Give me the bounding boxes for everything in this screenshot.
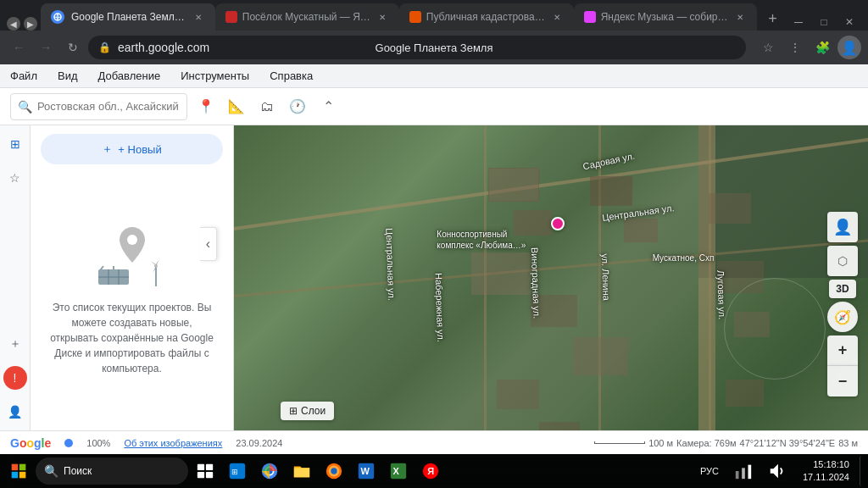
left-icon-add[interactable]: ＋ [3,332,27,356]
browser-menu-btn[interactable]: ⋮ [783,36,807,59]
measure-icon[interactable]: 📐 [225,95,248,119]
building-9 [539,422,580,430]
street-view-btn[interactable]: 👤 [827,212,858,242]
browser-window: ◀ ▶ Google Планета Земл… ✕ Посёлок Муска… [0,0,868,488]
taskbar-clock[interactable]: 15:18:10 17.11.2024 [796,458,856,485]
zoom-level: 100% [86,438,110,448]
compass-btn[interactable]: 🧭 [827,302,858,332]
taskbar-chrome[interactable] [254,456,285,486]
building-13 [726,380,764,407]
taskbar-network[interactable] [728,456,759,486]
expand-icon[interactable]: ⌃ [316,95,340,119]
address-bar[interactable]: 🔒 earth.google.com [88,36,746,59]
taskbar-show-desktop[interactable] [860,456,865,486]
tab-muskatniy-favicon [225,11,237,23]
layers-btn[interactable]: ⊞ Слои [281,402,334,420]
tab-muskatniy-close[interactable]: ✕ [376,10,389,24]
tab-music[interactable]: Яндекс Музыка — собир… ✕ [574,3,757,30]
menu-add[interactable]: Добавление [95,68,164,84]
new-project-btn[interactable]: ＋ + Новый [41,134,223,164]
new-project-plus: ＋ [102,141,113,157]
tab-music-title: Яндекс Музыка — собир… [601,11,728,23]
building-3 [471,252,531,295]
imagery-date: 23.09.2024 [236,438,282,448]
tilt-btn[interactable]: ⬡ [827,246,858,276]
zoom-in-btn[interactable]: + [827,336,858,366]
taskbar-lang-label: РУС [700,466,719,476]
svg-rect-10 [12,464,19,471]
search-icon: 🔍 [18,100,32,114]
zoom-out-btn[interactable]: − [827,366,858,396]
building-1 [488,168,539,202]
scale-bar: 100 м Камера: 769м 47°21'12"N 39°54'24"E… [296,438,858,448]
scale-label: 100 м [648,438,673,448]
window-close-btn[interactable]: ✕ [837,14,861,30]
clock-icon[interactable]: 🕐 [286,95,309,119]
tab-scroll-btn[interactable]: ▶ [24,17,37,30]
left-icon-layers[interactable]: ⊞ [3,132,27,156]
bookmark-btn[interactable]: ☆ [756,36,780,59]
profile-btn[interactable]: 👤 [837,36,861,59]
tab-kadastr-close[interactable]: ✕ [550,10,564,24]
building-7 [573,337,628,375]
taskbar-search-label: Поиск [64,465,92,477]
menu-file[interactable]: Файл [7,68,41,84]
taskbar-sound[interactable] [762,456,793,486]
tab-earth-close[interactable]: ✕ [192,10,205,24]
taskbar-lang[interactable]: РУС [694,456,725,486]
map-area[interactable]: Садовая ул. Центральная ул. Конноспортив… [234,125,868,430]
map-controls-right: 👤 ⬡ 3D 🧭 + − [827,212,858,396]
reload-btn[interactable]: ↻ [61,36,85,59]
taskbar-word[interactable]: W [351,456,381,486]
map-road-vert-2 [598,125,601,430]
tab-bar: ◀ ▶ Google Планета Земл… ✕ Посёлок Муска… [0,0,868,30]
menu-view[interactable]: Вид [54,68,81,84]
left-icon-notifications[interactable]: ! [3,366,27,390]
taskbar-search[interactable]: 🔍 Поиск [36,458,188,485]
start-btn[interactable] [3,456,34,486]
svg-point-25 [331,468,337,474]
window-restore-btn[interactable]: □ [812,14,836,30]
tab-music-close[interactable]: ✕ [733,10,747,24]
toolbar: 🔍 📍 📐 🗂 🕐 ⌃ [0,88,868,125]
window-minimize-btn[interactable]: ─ [787,14,810,30]
new-tab-btn[interactable]: + [760,7,786,30]
tab-kadastr[interactable]: Публичная кадастрова… ✕ [399,3,574,30]
menu-help[interactable]: Справка [266,68,316,84]
sidebar-collapse-btn[interactable]: ‹ [200,227,217,261]
search-box[interactable]: 🔍 [10,93,187,120]
menu-bar: Файл Вид Добавление Инструменты Справка [0,64,868,88]
search-input[interactable] [37,100,180,113]
svg-rect-14 [198,464,204,470]
app-content: Файл Вид Добавление Инструменты Справка … [0,64,868,454]
tab-back-btn[interactable]: ◀ [7,17,20,30]
tab-earth-title: Google Планета Земл… [71,11,185,23]
solar-panel-icon [98,266,129,286]
tab-kadastr-title: Публичная кадастрова… [426,11,545,23]
taskbar-firefox[interactable] [319,456,349,486]
imagery-link[interactable]: Об этих изображениях [124,438,222,448]
taskbar-yandex[interactable]: Я [415,456,446,486]
left-icon-star[interactable]: ☆ [3,166,27,190]
wind-turbine-icon [147,259,164,286]
tab-muskatniy[interactable]: Посёлок Мускатный — Я… ✕ [215,3,399,30]
svg-text:⊞: ⊞ [231,468,238,476]
taskbar-task-view[interactable] [190,456,220,486]
map-road-vert-3 [709,125,711,430]
forward-btn[interactable]: → [34,36,58,59]
taskbar-excel[interactable]: X [383,456,414,486]
taskbar-widgets[interactable]: ⊞ [222,456,253,486]
map-marker[interactable] [551,217,565,230]
left-icon-user[interactable]: 👤 [3,400,27,424]
map-3d-btn[interactable]: 3D [829,280,855,298]
extensions-btn[interactable]: 🧩 [810,36,834,59]
tab-earth[interactable]: Google Планета Земл… ✕ [41,3,215,30]
map-marker-dot [551,217,565,230]
back-btn[interactable]: ← [7,36,31,59]
location-pin-icon[interactable]: 📍 [194,95,218,119]
menu-tools[interactable]: Инструменты [177,68,253,84]
layers-icon-map: ⊞ [289,405,298,417]
layers-icon[interactable]: 🗂 [255,95,279,119]
sidebar-empty-state: Это список текущих проектов. Вы можете с… [31,173,233,430]
taskbar-explorer[interactable] [287,456,317,486]
